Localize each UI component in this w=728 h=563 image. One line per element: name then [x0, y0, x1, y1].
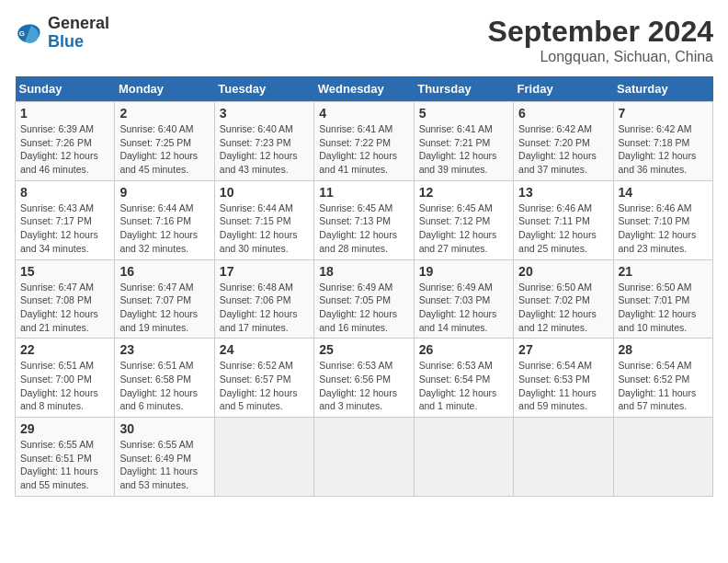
- col-thursday: Thursday: [414, 76, 513, 102]
- day-info: Sunrise: 6:51 AMSunset: 6:58 PMDaylight:…: [119, 359, 209, 413]
- logo-icon: G: [15, 18, 44, 48]
- day-info: Sunrise: 6:48 AMSunset: 7:06 PMDaylight:…: [220, 281, 309, 335]
- day-info: Sunrise: 6:41 AMSunset: 7:21 PMDaylight:…: [419, 122, 508, 177]
- day-info: Sunrise: 6:44 AMSunset: 7:15 PMDaylight:…: [220, 201, 309, 256]
- calendar-cell: 29Sunrise: 6:55 AMSunset: 6:51 PMDayligh…: [16, 418, 115, 497]
- calendar-row: 8Sunrise: 6:43 AMSunset: 7:17 PMDaylight…: [16, 180, 713, 259]
- day-number: 23: [119, 342, 209, 357]
- day-info: Sunrise: 6:43 AMSunset: 7:17 PMDaylight:…: [20, 201, 109, 256]
- svg-text:G: G: [19, 29, 25, 38]
- logo-line1: General: [48, 15, 109, 33]
- day-info: Sunrise: 6:44 AMSunset: 7:16 PMDaylight:…: [119, 201, 209, 256]
- day-info: Sunrise: 6:47 AMSunset: 7:07 PMDaylight:…: [119, 281, 209, 335]
- day-info: Sunrise: 6:40 AMSunset: 7:23 PMDaylight:…: [220, 122, 309, 177]
- col-tuesday: Tuesday: [214, 76, 313, 102]
- day-number: 29: [20, 421, 109, 436]
- day-number: 13: [518, 185, 608, 200]
- calendar-cell-empty: [514, 418, 613, 497]
- calendar-cell: 2Sunrise: 6:40 AMSunset: 7:25 PMDaylight…: [115, 102, 214, 181]
- day-info: Sunrise: 6:47 AMSunset: 7:08 PMDaylight:…: [20, 281, 109, 335]
- calendar-cell: 7Sunrise: 6:42 AMSunset: 7:18 PMDaylight…: [613, 102, 712, 181]
- calendar-cell: 20Sunrise: 6:50 AMSunset: 7:02 PMDayligh…: [514, 259, 613, 339]
- logo: G General Blue: [15, 15, 109, 52]
- day-number: 9: [119, 185, 209, 200]
- day-number: 30: [119, 421, 209, 436]
- calendar-cell: 30Sunrise: 6:55 AMSunset: 6:49 PMDayligh…: [115, 418, 214, 497]
- calendar-cell: 18Sunrise: 6:49 AMSunset: 7:05 PMDayligh…: [314, 259, 414, 339]
- day-number: 14: [619, 185, 708, 200]
- calendar-cell-empty: [613, 418, 712, 497]
- calendar-cell: 6Sunrise: 6:42 AMSunset: 7:20 PMDaylight…: [514, 102, 613, 181]
- day-info: Sunrise: 6:52 AMSunset: 6:57 PMDaylight:…: [220, 359, 309, 413]
- calendar-cell: 14Sunrise: 6:46 AMSunset: 7:10 PMDayligh…: [613, 180, 712, 259]
- day-number: 22: [20, 342, 109, 357]
- day-number: 20: [518, 264, 608, 279]
- day-number: 16: [119, 264, 209, 279]
- calendar-table: Sunday Monday Tuesday Wednesday Thursday…: [15, 76, 713, 497]
- day-number: 6: [518, 106, 608, 121]
- day-number: 15: [20, 264, 109, 279]
- day-info: Sunrise: 6:42 AMSunset: 7:20 PMDaylight:…: [518, 122, 608, 177]
- day-number: 12: [419, 185, 508, 200]
- calendar-row: 29Sunrise: 6:55 AMSunset: 6:51 PMDayligh…: [16, 418, 713, 497]
- page-subtitle: Longquan, Sichuan, China: [488, 49, 713, 65]
- day-info: Sunrise: 6:42 AMSunset: 7:18 PMDaylight:…: [619, 122, 708, 177]
- day-info: Sunrise: 6:49 AMSunset: 7:05 PMDaylight:…: [319, 281, 408, 335]
- calendar-row: 22Sunrise: 6:51 AMSunset: 7:00 PMDayligh…: [16, 339, 713, 418]
- day-number: 7: [619, 106, 708, 121]
- day-info: Sunrise: 6:45 AMSunset: 7:13 PMDaylight:…: [319, 201, 408, 256]
- weekday-header-row: Sunday Monday Tuesday Wednesday Thursday…: [16, 76, 713, 102]
- day-info: Sunrise: 6:40 AMSunset: 7:25 PMDaylight:…: [119, 122, 209, 177]
- calendar-cell-empty: [414, 418, 513, 497]
- calendar-cell: 11Sunrise: 6:45 AMSunset: 7:13 PMDayligh…: [314, 180, 414, 259]
- calendar-cell: 26Sunrise: 6:53 AMSunset: 6:54 PMDayligh…: [414, 339, 513, 418]
- day-number: 8: [20, 185, 109, 200]
- day-info: Sunrise: 6:55 AMSunset: 6:51 PMDaylight:…: [20, 438, 109, 492]
- col-monday: Monday: [115, 76, 214, 102]
- day-info: Sunrise: 6:50 AMSunset: 7:01 PMDaylight:…: [619, 281, 708, 335]
- day-number: 24: [220, 342, 309, 357]
- day-info: Sunrise: 6:46 AMSunset: 7:11 PMDaylight:…: [518, 201, 608, 256]
- day-number: 4: [319, 106, 408, 121]
- calendar-cell: 21Sunrise: 6:50 AMSunset: 7:01 PMDayligh…: [613, 259, 712, 339]
- day-info: Sunrise: 6:51 AMSunset: 7:00 PMDaylight:…: [20, 359, 109, 413]
- calendar-cell: 10Sunrise: 6:44 AMSunset: 7:15 PMDayligh…: [214, 180, 313, 259]
- calendar-cell: 22Sunrise: 6:51 AMSunset: 7:00 PMDayligh…: [16, 339, 115, 418]
- calendar-cell: 13Sunrise: 6:46 AMSunset: 7:11 PMDayligh…: [514, 180, 613, 259]
- day-info: Sunrise: 6:49 AMSunset: 7:03 PMDaylight:…: [419, 281, 508, 335]
- day-number: 11: [319, 185, 408, 200]
- day-number: 26: [419, 342, 508, 357]
- day-number: 5: [419, 106, 508, 121]
- calendar-cell: 5Sunrise: 6:41 AMSunset: 7:21 PMDaylight…: [414, 102, 513, 181]
- calendar-cell: 24Sunrise: 6:52 AMSunset: 6:57 PMDayligh…: [214, 339, 313, 418]
- day-info: Sunrise: 6:46 AMSunset: 7:10 PMDaylight:…: [619, 201, 708, 256]
- day-info: Sunrise: 6:45 AMSunset: 7:12 PMDaylight:…: [419, 201, 508, 256]
- day-number: 18: [319, 264, 408, 279]
- calendar-cell: 3Sunrise: 6:40 AMSunset: 7:23 PMDaylight…: [214, 102, 313, 181]
- day-info: Sunrise: 6:50 AMSunset: 7:02 PMDaylight:…: [518, 281, 608, 335]
- day-number: 19: [419, 264, 508, 279]
- day-number: 17: [220, 264, 309, 279]
- calendar-row: 15Sunrise: 6:47 AMSunset: 7:08 PMDayligh…: [16, 259, 713, 339]
- day-number: 25: [319, 342, 408, 357]
- calendar-cell: 16Sunrise: 6:47 AMSunset: 7:07 PMDayligh…: [115, 259, 214, 339]
- calendar-cell-empty: [314, 418, 414, 497]
- calendar-cell: 23Sunrise: 6:51 AMSunset: 6:58 PMDayligh…: [115, 339, 214, 418]
- day-info: Sunrise: 6:41 AMSunset: 7:22 PMDaylight:…: [319, 122, 408, 177]
- calendar-cell: 15Sunrise: 6:47 AMSunset: 7:08 PMDayligh…: [16, 259, 115, 339]
- title-block: September 2024 Longquan, Sichuan, China: [488, 15, 713, 65]
- calendar-cell: 1Sunrise: 6:39 AMSunset: 7:26 PMDaylight…: [16, 102, 115, 181]
- day-info: Sunrise: 6:53 AMSunset: 6:54 PMDaylight:…: [419, 359, 508, 413]
- day-info: Sunrise: 6:55 AMSunset: 6:49 PMDaylight:…: [119, 438, 209, 492]
- day-info: Sunrise: 6:54 AMSunset: 6:53 PMDaylight:…: [518, 359, 608, 413]
- calendar-cell: 25Sunrise: 6:53 AMSunset: 6:56 PMDayligh…: [314, 339, 414, 418]
- day-info: Sunrise: 6:54 AMSunset: 6:52 PMDaylight:…: [619, 359, 708, 413]
- calendar-cell-empty: [214, 418, 313, 497]
- calendar-cell: 4Sunrise: 6:41 AMSunset: 7:22 PMDaylight…: [314, 102, 414, 181]
- day-number: 28: [619, 342, 708, 357]
- day-number: 2: [119, 106, 209, 121]
- calendar-cell: 28Sunrise: 6:54 AMSunset: 6:52 PMDayligh…: [613, 339, 712, 418]
- day-number: 27: [518, 342, 608, 357]
- day-number: 1: [20, 106, 109, 121]
- col-friday: Friday: [514, 76, 613, 102]
